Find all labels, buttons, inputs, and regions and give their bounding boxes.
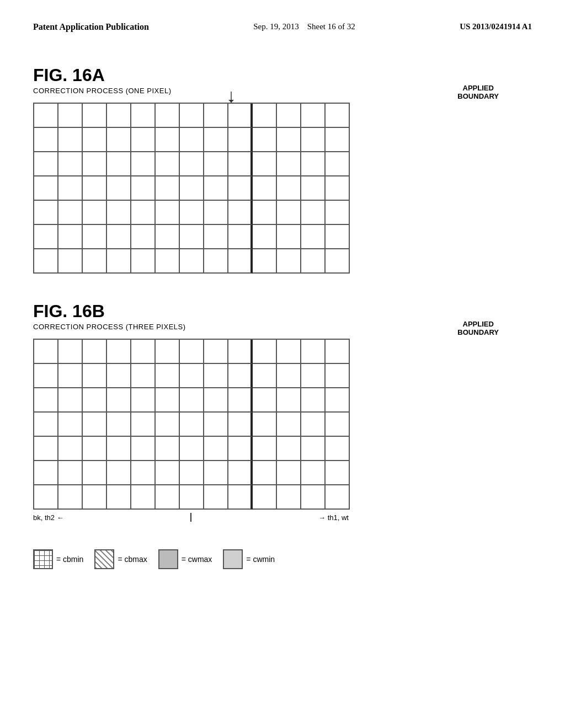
cell: [253, 485, 277, 510]
cell: [58, 340, 83, 364]
cell: [228, 340, 253, 364]
figure-16a-header: FIG. 16A CORRECTION PROCESS (ONE PIXEL) …: [33, 65, 532, 100]
cell: [277, 364, 301, 388]
center-divider: [190, 513, 191, 522]
cell: [131, 104, 156, 128]
publication-number: US 2013/0241914 A1: [460, 22, 532, 31]
cell: [83, 201, 107, 225]
cell: [253, 152, 277, 176]
cell: [301, 225, 326, 249]
publication-date: Sep. 19, 2013: [253, 22, 299, 31]
cell: [156, 249, 180, 274]
cell: [326, 340, 350, 364]
cell: [204, 485, 228, 510]
cell: [180, 104, 204, 128]
cell: [83, 104, 107, 128]
cell: [131, 225, 156, 249]
cell: [326, 225, 350, 249]
cell: [326, 388, 350, 413]
cell: [58, 249, 83, 274]
cell: [34, 461, 58, 485]
cell: [228, 388, 253, 413]
cell: [326, 485, 350, 510]
legend-cbmin-label: = cbmin: [56, 555, 83, 564]
cell: [301, 485, 326, 510]
cell: [107, 413, 131, 437]
cell: [180, 461, 204, 485]
cell: [204, 437, 228, 461]
cell: [156, 413, 180, 437]
cell: [228, 225, 253, 249]
cell: [58, 461, 83, 485]
cell: [301, 249, 326, 274]
cell: [58, 364, 83, 388]
figure-16a-grid: [33, 103, 350, 274]
cell: [156, 128, 180, 152]
cell: [253, 128, 277, 152]
cell: [277, 249, 301, 274]
cell: [107, 388, 131, 413]
cell: [204, 152, 228, 176]
cell: [228, 461, 253, 485]
cell: [253, 225, 277, 249]
legend-cbmax-box: [94, 549, 114, 569]
cell: [58, 437, 83, 461]
figure-16a-title-block: FIG. 16A CORRECTION PROCESS (ONE PIXEL): [33, 65, 171, 100]
legend-cwmin: = cwmin: [223, 549, 275, 569]
cell: [228, 104, 253, 128]
legend-cbmin-box: [33, 549, 53, 569]
figure-16b-header: FIG. 16B CORRECTION PROCESS (THREE PIXEL…: [33, 301, 532, 336]
cell: [83, 485, 107, 510]
page: Patent Application Publication Sep. 19, …: [0, 0, 565, 728]
cell: [301, 152, 326, 176]
cell: [58, 176, 83, 201]
cell: [156, 340, 180, 364]
cell: [34, 437, 58, 461]
cell: [58, 225, 83, 249]
cell: [131, 437, 156, 461]
cell: [301, 364, 326, 388]
cell: [204, 176, 228, 201]
cell: [107, 176, 131, 201]
cell: [131, 485, 156, 510]
cell: [277, 104, 301, 128]
cell: [107, 225, 131, 249]
cell: [326, 152, 350, 176]
cell: [156, 104, 180, 128]
legend-cbmax-label: = cbmax: [118, 555, 147, 564]
cell: [180, 364, 204, 388]
cell: [180, 437, 204, 461]
figure-16a-title: FIG. 16A: [33, 65, 171, 85]
legend-cwmin-label: = cwmin: [246, 555, 275, 564]
cell: [83, 388, 107, 413]
svg-marker-1: [228, 100, 234, 103]
figure-16a-subtitle: CORRECTION PROCESS (ONE PIXEL): [33, 87, 171, 95]
cell: [301, 201, 326, 225]
cell: [204, 461, 228, 485]
cell: [107, 152, 131, 176]
figure-16b-title-block: FIG. 16B CORRECTION PROCESS (THREE PIXEL…: [33, 301, 186, 336]
cell: [301, 461, 326, 485]
cell: [277, 413, 301, 437]
cell: [301, 340, 326, 364]
cell: [301, 176, 326, 201]
figure-16a-applied-boundary: APPLIEDBOUNDARY: [457, 84, 499, 100]
cell: [326, 176, 350, 201]
cell: [131, 413, 156, 437]
sheet-info: Sheet 16 of 32: [307, 22, 355, 31]
cell: [34, 364, 58, 388]
legend-cwmin-box: [223, 549, 243, 569]
cell: [34, 413, 58, 437]
page-header: Patent Application Publication Sep. 19, …: [33, 22, 532, 32]
cell: [277, 201, 301, 225]
cell: [204, 413, 228, 437]
cell: [204, 249, 228, 274]
cell: [204, 201, 228, 225]
figure-16b-title: FIG. 16B: [33, 301, 186, 322]
cell: [180, 485, 204, 510]
cell: [107, 364, 131, 388]
cell: [326, 128, 350, 152]
cell: [107, 461, 131, 485]
cell: [277, 128, 301, 152]
cell: [34, 249, 58, 274]
